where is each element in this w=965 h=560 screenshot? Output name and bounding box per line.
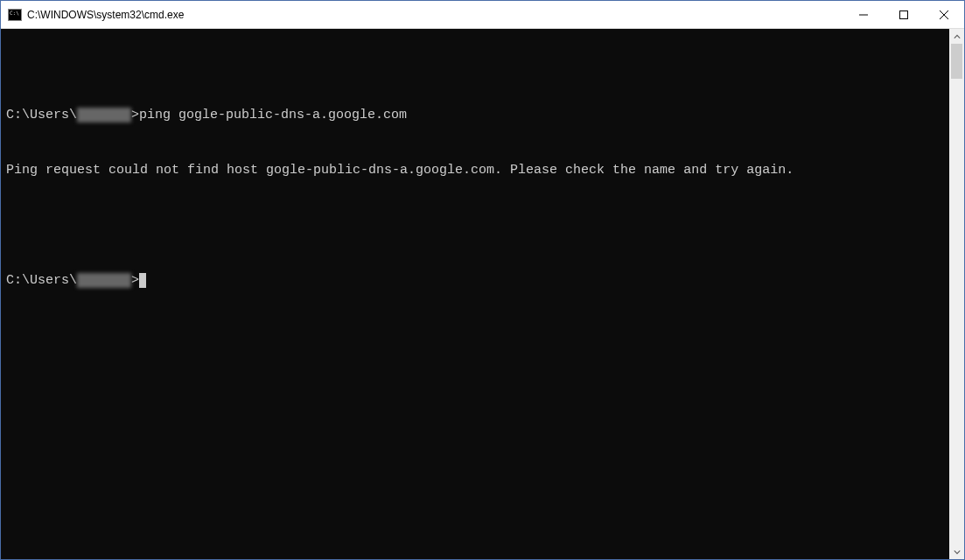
redacted-username: ██████ (77, 108, 131, 122)
prompt-prefix: C:\Users\ (6, 108, 77, 122)
vertical-scrollbar[interactable] (949, 29, 964, 559)
prompt-suffix: > (131, 273, 139, 288)
terminal-prompt-line: C:\Users\██████> (6, 271, 944, 290)
prompt-suffix: > (131, 108, 139, 122)
minimize-button[interactable] (843, 1, 884, 28)
command-text: ping gogle-public-dns-a.google.com (139, 108, 407, 122)
close-button[interactable] (924, 1, 964, 28)
cmd-icon (8, 8, 22, 22)
scroll-track[interactable] (949, 44, 964, 544)
svg-rect-1 (900, 10, 908, 18)
scroll-up-button[interactable] (949, 29, 964, 44)
scroll-down-button[interactable] (949, 544, 964, 559)
cursor (139, 273, 146, 288)
titlebar[interactable]: C:\WINDOWS\system32\cmd.exe (1, 1, 964, 29)
terminal-output-line: Ping request could not find host gogle-p… (6, 161, 944, 179)
content-area: C:\Users\██████>ping gogle-public-dns-a.… (1, 29, 964, 559)
prompt-prefix: C:\Users\ (6, 273, 77, 288)
scroll-thumb[interactable] (951, 44, 962, 79)
cmd-window: C:\WINDOWS\system32\cmd.exe C:\Users\███… (0, 0, 965, 560)
window-title: C:\WINDOWS\system32\cmd.exe (27, 9, 843, 21)
window-controls (843, 1, 964, 28)
redacted-username: ██████ (77, 273, 131, 288)
maximize-button[interactable] (884, 1, 924, 28)
terminal-line-command: C:\Users\██████>ping gogle-public-dns-a.… (6, 106, 944, 124)
terminal[interactable]: C:\Users\██████>ping gogle-public-dns-a.… (1, 29, 949, 559)
terminal-blank-line (6, 216, 944, 234)
